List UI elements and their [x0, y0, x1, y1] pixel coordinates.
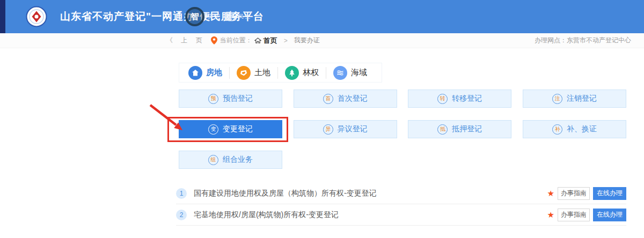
button-label: 抵押登记	[452, 124, 482, 134]
service-outlet-label: 办理网点：东营市不动产登记中心	[535, 36, 631, 45]
tab-land[interactable]: 土地	[237, 66, 270, 80]
breadcrumb-bar: 《 上 页 当前位置： 首页 > 我要办证 办理网点：东营市不动产登记中心	[0, 33, 644, 48]
button-label: 补、换证	[567, 124, 597, 134]
button-cancellation-registration[interactable]: 注 注销登记	[523, 90, 626, 108]
circled-char-icon: 补	[552, 124, 562, 135]
tab-label: 土地	[254, 68, 270, 78]
service-row: 1 国有建设用地使用权及房屋（构筑物）所有权-变更登记 ★ 办事指南 在线办理	[176, 183, 626, 204]
button-first-registration[interactable]: 首 首次登记	[294, 90, 397, 108]
button-label: 异议登记	[338, 124, 368, 134]
tab-divider	[326, 67, 326, 79]
location-pin-icon	[211, 36, 217, 44]
button-advance-notice-registration[interactable]: 预 预告登记	[179, 90, 282, 108]
waves-icon	[333, 66, 347, 80]
guide-button[interactable]: 办事指南	[558, 209, 590, 221]
tab-house-land[interactable]: 房地	[188, 66, 222, 80]
circled-char-icon: 预	[208, 94, 218, 104]
circled-char-icon: 抵	[437, 124, 448, 135]
button-mortgage-registration[interactable]: 抵 抵押登记	[408, 120, 511, 138]
home-icon	[254, 37, 261, 44]
button-label: 变更登记	[223, 124, 253, 134]
button-label: 转移登记	[452, 94, 482, 103]
circled-char-icon: 注	[552, 94, 562, 104]
slogan: 智 天下 · 惠 民生	[185, 0, 251, 33]
circled-char-icon: 变	[208, 124, 218, 135]
back-to-previous-link[interactable]: 《 上 页	[166, 36, 206, 45]
current-location-label: 当前位置：	[220, 36, 252, 45]
favorite-star-icon[interactable]: ★	[547, 189, 554, 198]
circled-char-icon: 转	[437, 94, 448, 104]
header-left-stripe	[0, 0, 5, 33]
house-icon	[188, 66, 202, 80]
guide-button[interactable]: 办事指南	[558, 187, 590, 200]
breadcrumb-home-link[interactable]: 首页	[264, 36, 277, 46]
favorite-star-icon[interactable]: ★	[547, 210, 554, 220]
tab-forest-rights[interactable]: 林权	[285, 66, 319, 80]
button-label: 注销登记	[567, 94, 597, 103]
slogan-text-3: 民生	[238, 13, 251, 20]
app-header: 山东省不动产登记"一网通办"便民服务平台 智 天下 · 惠 民生	[0, 0, 644, 33]
breadcrumb-current-page: 我要办证	[294, 36, 320, 45]
circled-char-icon: 异	[323, 124, 333, 135]
button-label: 预告登记	[223, 94, 253, 103]
main-content: 房地 土地 林权 海域 预 预告	[0, 48, 644, 238]
online-apply-button[interactable]: 在线办理	[593, 187, 626, 200]
tab-sea-area[interactable]: 海域	[333, 66, 367, 80]
platform-logo-icon	[26, 6, 47, 27]
row-number-badge: 2	[176, 210, 187, 220]
row-number-badge: 1	[176, 188, 187, 199]
slogan-dot: ·	[222, 13, 224, 20]
tab-label: 林权	[303, 68, 319, 78]
button-change-registration[interactable]: 变 变更登记	[179, 120, 282, 138]
service-name-link[interactable]: 宅基地使用权/房屋(构筑物)所有权-变更登记	[194, 210, 339, 220]
registration-button-grid: 预 预告登记 首 首次登记 转 转移登记 注 注销登记 变 变更登记 异 异议登…	[179, 90, 626, 169]
button-transfer-registration[interactable]: 转 转移登记	[408, 90, 511, 108]
button-label: 组合业务	[223, 155, 253, 165]
breadcrumb-separator: >	[284, 37, 288, 44]
slogan-text-1: 天下	[207, 13, 221, 21]
tab-label: 房地	[206, 68, 222, 78]
service-list: 1 国有建设用地使用权及房屋（构筑物）所有权-变更登记 ★ 办事指南 在线办理 …	[176, 183, 626, 226]
tab-divider	[229, 67, 230, 79]
service-row: 2 宅基地使用权/房屋(构筑物)所有权-变更登记 ★ 办事指南 在线办理	[176, 204, 626, 226]
slogan-ink-circle-icon: 智	[185, 7, 204, 26]
tab-divider	[277, 67, 278, 79]
land-parcel-icon	[237, 66, 251, 80]
service-name-link[interactable]: 国有建设用地使用权及房屋（构筑物）所有权-变更登记	[194, 189, 377, 198]
category-tabs: 房地 土地 林权 海域	[179, 63, 382, 83]
slogan-text-2: 惠	[225, 10, 236, 24]
button-objection-registration[interactable]: 异 异议登记	[294, 120, 397, 138]
online-apply-button[interactable]: 在线办理	[593, 209, 626, 221]
circled-char-icon: 首	[323, 94, 333, 104]
button-label: 首次登记	[338, 94, 368, 103]
button-replacement-certificate[interactable]: 补 补、换证	[523, 120, 626, 138]
tab-label: 海域	[351, 68, 367, 78]
tree-icon	[285, 66, 299, 80]
button-combined-business[interactable]: 组 组合业务	[179, 151, 282, 169]
circled-char-icon: 组	[208, 155, 218, 165]
